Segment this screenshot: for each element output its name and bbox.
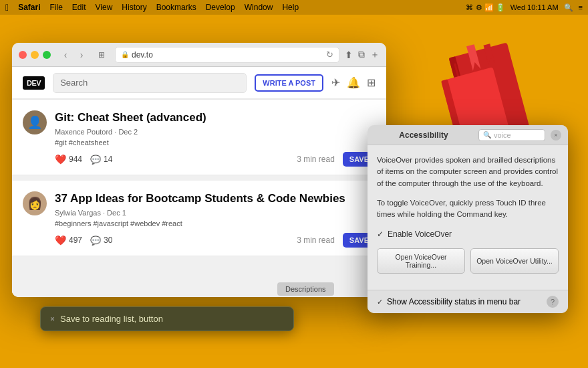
article-meta: Sylwia Vargas · Dec 1 (55, 209, 376, 217)
article-tags: #beginners #javascript #webdev #react (55, 219, 376, 227)
panel-search[interactable]: 🔍 voice (478, 129, 545, 141)
article-card: 👤 Git: Cheat Sheet (advanced) Maxence Po… (12, 99, 386, 175)
app-name[interactable]: Safari (18, 3, 40, 12)
dev-logo[interactable]: DEV (23, 76, 45, 90)
panel-close-button[interactable]: × (551, 130, 561, 141)
desktop: ‹ › ⊞ 🔒 dev.to ↻ ⬆ ⧉ ＋ DEV Search (0, 15, 588, 368)
url-text: dev.to (132, 50, 153, 60)
articles-list: 👤 Git: Cheat Sheet (advanced) Maxence Po… (12, 99, 386, 297)
comments: 💬 30 (90, 236, 112, 246)
panel-content: VoiceOver provides spoken and brailled d… (368, 145, 568, 290)
safari-titlebar: ‹ › ⊞ 🔒 dev.to ↻ ⬆ ⧉ ＋ (12, 43, 386, 67)
lock-icon: 🔒 (121, 51, 129, 58)
menu-history[interactable]: History (122, 3, 146, 12)
menubar-icons: ⌘ ⚙ 📶 🔋 (466, 3, 504, 12)
back-button[interactable]: ‹ (59, 48, 72, 62)
accessibility-panel: Accessibility 🔍 voice × VoiceOver provid… (368, 125, 568, 313)
toolbar-icons: ⬆ ⧉ ＋ (345, 49, 380, 61)
menu-file[interactable]: File (49, 3, 62, 12)
comment-icon: 💬 (90, 155, 101, 165)
devto-search[interactable]: Search (53, 73, 247, 93)
bell-icon[interactable]: 🔔 (347, 76, 360, 89)
reactions: ❤️ 944 (55, 154, 82, 165)
article-tags: #git #cheatsheet (55, 139, 376, 147)
voiceover-description-1: VoiceOver provides spoken and brailled d… (377, 155, 559, 189)
nav-icons: ✈ 🔔 ⊞ (331, 76, 376, 89)
show-accessibility-text: Show Accessibility status in menu bar (387, 297, 521, 306)
checkmark-icon: ✓ (377, 228, 384, 240)
sidebar-toggle[interactable]: ⊞ (94, 48, 110, 62)
panel-buttons: Open VoiceOver Training... Open VoiceOve… (377, 248, 559, 274)
read-time: 3 min read (297, 155, 335, 164)
voiceover-description-2: To toggle VoiceOver, quickly press Touch… (377, 197, 559, 221)
panel-title: Accessibility (374, 130, 473, 140)
apple-menu[interactable]:  (5, 2, 9, 13)
tab-icon[interactable]: ⧉ (358, 49, 365, 60)
comments: 💬 14 (90, 155, 112, 165)
menu-help[interactable]: Help (282, 3, 299, 12)
share-icon[interactable]: ⬆ (345, 50, 353, 60)
panel-search-placeholder: voice (494, 131, 511, 139)
author-name: Sylwia Vargas (55, 209, 101, 217)
safari-content: DEV Search WRITE A POST ✈ 🔔 ⊞ 👤 Git: Che… (12, 67, 386, 297)
search-icon: 🔍 (483, 131, 491, 139)
voiceover-utility-button[interactable]: Open VoiceOver Utility... (470, 248, 559, 274)
article-title[interactable]: Git: Cheat Sheet (advanced) (55, 110, 376, 125)
descriptions-text: Descriptions (285, 285, 326, 293)
comment-count: 30 (104, 236, 112, 245)
menu-view[interactable]: View (96, 3, 113, 12)
publish-date: Dec 1 (107, 209, 126, 217)
voiceover-training-button[interactable]: Open VoiceOver Training... (377, 248, 465, 274)
panel-footer: ✓ Show Accessibility status in menu bar … (368, 290, 568, 313)
search-placeholder: Search (60, 78, 88, 88)
reaction-count: 497 (69, 236, 82, 245)
author-name: Maxence Poutord (55, 128, 112, 136)
search-icon[interactable]: 🔍 (564, 3, 573, 12)
maximize-button[interactable] (43, 51, 51, 59)
menu-window[interactable]: Window (245, 3, 273, 12)
enable-voiceover-label: Enable VoiceOver (388, 228, 452, 240)
grid-icon[interactable]: ⊞ (367, 76, 376, 89)
safari-window: ‹ › ⊞ 🔒 dev.to ↻ ⬆ ⧉ ＋ DEV Search (12, 43, 386, 297)
menu-develop[interactable]: Develop (206, 3, 235, 12)
article-meta: Maxence Poutord · Dec 2 (55, 128, 376, 136)
reaction-count: 944 (69, 155, 82, 164)
article-card: 👩 37 App Ideas for Bootcamp Students & C… (12, 181, 386, 256)
heart-icon: ❤️ (55, 235, 66, 246)
control-icon[interactable]: ≡ (579, 3, 583, 11)
tooltip-text: Save to reading list, button (60, 314, 163, 324)
address-bar[interactable]: 🔒 dev.to ↻ (115, 47, 339, 63)
tooltip: × Save to reading list, button (40, 306, 294, 331)
enable-voiceover-checkbox[interactable]: ✓ Enable VoiceOver (377, 228, 559, 240)
help-button[interactable]: ? (547, 296, 559, 308)
nav-arrows: ‹ › (59, 48, 88, 62)
comment-count: 14 (104, 155, 112, 164)
reactions: ❤️ 497 (55, 235, 82, 246)
write-post-button[interactable]: WRITE A POST (255, 74, 323, 92)
close-button[interactable] (19, 51, 27, 59)
publish-date: Dec 2 (118, 128, 138, 136)
panel-titlebar: Accessibility 🔍 voice × (368, 125, 568, 145)
menubar-time: Wed 10:11 AM (510, 3, 559, 11)
tooltip-close-icon[interactable]: × (50, 314, 55, 324)
minimize-button[interactable] (31, 51, 39, 59)
article-title[interactable]: 37 App Ideas for Bootcamp Students & Cod… (55, 191, 376, 206)
avatar: 👤 (23, 110, 47, 134)
article-footer: ❤️ 497 💬 30 3 min read SAVE (55, 233, 376, 248)
menubar:  Safari File Edit View History Bookmark… (0, 0, 588, 15)
show-accessibility-label: ✓ (377, 298, 383, 306)
menu-edit[interactable]: Edit (72, 3, 86, 12)
forward-button[interactable]: › (75, 48, 88, 62)
comment-icon: 💬 (90, 236, 101, 246)
menu-bookmarks[interactable]: Bookmarks (156, 3, 196, 12)
new-tab-icon[interactable]: ＋ (370, 49, 380, 61)
traffic-lights (19, 51, 51, 59)
article-content: Git: Cheat Sheet (advanced) Maxence Pout… (55, 110, 376, 167)
devto-navbar: DEV Search WRITE A POST ✈ 🔔 ⊞ (12, 67, 386, 99)
reload-icon[interactable]: ↻ (326, 50, 333, 60)
descriptions-bar: Descriptions (277, 282, 334, 296)
avatar: 👩 (23, 191, 47, 215)
read-time: 3 min read (297, 236, 335, 245)
send-icon[interactable]: ✈ (331, 76, 340, 89)
article-content: 37 App Ideas for Bootcamp Students & Cod… (55, 191, 376, 248)
